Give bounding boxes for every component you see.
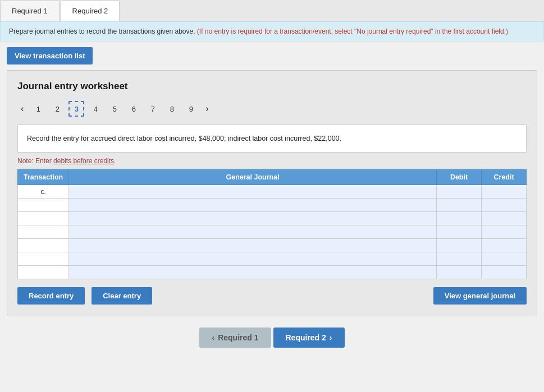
- credit-input[interactable]: [482, 239, 526, 252]
- table-row: [18, 212, 527, 225]
- page-2[interactable]: 2: [49, 101, 65, 117]
- credit-cell[interactable]: [482, 239, 527, 252]
- tabs-bar: Required 1 Required 2: [0, 0, 544, 21]
- credit-input[interactable]: [482, 266, 526, 279]
- debit-input[interactable]: [437, 252, 481, 265]
- transaction-cell: [18, 239, 69, 252]
- journal-input[interactable]: [69, 212, 436, 225]
- credit-input[interactable]: [482, 199, 526, 211]
- page-3[interactable]: 3: [68, 101, 84, 117]
- debit-input[interactable]: [437, 185, 481, 198]
- pagination: ‹ 1 2 3 4 5 6 7 8 9 ›: [17, 101, 527, 117]
- table-row: [18, 266, 527, 279]
- debit-input[interactable]: [437, 239, 481, 252]
- info-highlight: (If no entry is required for a transacti…: [197, 27, 508, 35]
- description-text: Record the entry for accrued direct labo…: [27, 135, 341, 142]
- journal-input[interactable]: [69, 239, 436, 252]
- journal-cell[interactable]: [69, 225, 437, 239]
- journal-cell[interactable]: [69, 266, 437, 279]
- prev-label: Required 1: [218, 333, 258, 342]
- journal-cell[interactable]: [69, 212, 437, 225]
- credit-input[interactable]: [482, 185, 526, 198]
- page-4[interactable]: 4: [88, 101, 103, 117]
- debit-cell[interactable]: [437, 252, 482, 266]
- tab-required2[interactable]: Required 2: [61, 1, 120, 21]
- debit-cell[interactable]: [437, 239, 482, 252]
- journal-cell[interactable]: [69, 199, 437, 212]
- debit-cell[interactable]: [437, 225, 482, 239]
- col-general-journal: General Journal: [69, 170, 437, 185]
- transaction-cell: [18, 252, 69, 266]
- credit-cell[interactable]: [482, 185, 527, 199]
- debit-input[interactable]: [437, 199, 481, 211]
- page-6[interactable]: 6: [126, 101, 141, 117]
- debit-input[interactable]: [437, 212, 481, 225]
- clear-entry-button[interactable]: Clear entry: [92, 287, 152, 305]
- debit-cell[interactable]: [437, 185, 482, 199]
- journal-input[interactable]: [69, 199, 436, 211]
- note-text: Note: Enter debits before credits.: [17, 157, 527, 165]
- action-buttons: Record entry Clear entry View general jo…: [17, 287, 527, 305]
- journal-input[interactable]: [69, 185, 436, 198]
- page-9[interactable]: 9: [183, 101, 199, 117]
- journal-input[interactable]: [69, 225, 436, 238]
- transaction-cell: c.: [18, 185, 69, 199]
- table-row: [18, 239, 527, 252]
- transaction-cell: [18, 266, 69, 279]
- credit-cell[interactable]: [482, 225, 527, 239]
- view-transaction-button[interactable]: View transaction list: [7, 47, 93, 64]
- credit-cell[interactable]: [482, 212, 527, 225]
- note-underline: debits before credits: [53, 157, 114, 165]
- debit-cell[interactable]: [437, 199, 482, 212]
- credit-input[interactable]: [482, 252, 526, 265]
- debit-cell[interactable]: [437, 212, 482, 225]
- debit-input[interactable]: [437, 225, 481, 238]
- nav-next-button[interactable]: Required 2 ›: [273, 328, 345, 348]
- table-row: [18, 252, 527, 266]
- credit-cell[interactable]: [482, 266, 527, 279]
- page-8[interactable]: 8: [164, 101, 180, 117]
- worksheet-container: Journal entry worksheet ‹ 1 2 3 4 5 6 7 …: [7, 70, 537, 316]
- journal-cell[interactable]: [69, 252, 437, 266]
- credit-input[interactable]: [482, 212, 526, 225]
- next-arrow-icon: ›: [330, 333, 332, 342]
- bottom-nav: ‹ Required 1 Required 2 ›: [0, 328, 544, 359]
- credit-cell[interactable]: [482, 199, 527, 212]
- transaction-cell: [18, 225, 69, 239]
- page-5[interactable]: 5: [107, 101, 122, 117]
- journal-table: Transaction General Journal Debit Credit…: [17, 169, 527, 279]
- view-general-journal-button[interactable]: View general journal: [433, 287, 527, 305]
- worksheet-title: Journal entry worksheet: [17, 81, 527, 92]
- col-debit: Debit: [437, 170, 482, 185]
- col-credit: Credit: [482, 170, 527, 185]
- transaction-cell: [18, 199, 69, 212]
- journal-input[interactable]: [69, 252, 436, 265]
- journal-input[interactable]: [69, 266, 436, 279]
- next-label: Required 2: [286, 333, 326, 342]
- table-row: [18, 225, 527, 239]
- col-transaction: Transaction: [18, 170, 69, 185]
- prev-arrow-icon: ‹: [212, 333, 214, 342]
- table-row: c.: [18, 185, 527, 199]
- prev-page-button[interactable]: ‹: [17, 103, 27, 115]
- credit-cell[interactable]: [482, 252, 527, 266]
- record-entry-button[interactable]: Record entry: [17, 287, 85, 305]
- debit-input[interactable]: [437, 266, 481, 279]
- table-row: [18, 199, 527, 212]
- info-banner: Prepare journal entries to record the tr…: [0, 21, 544, 41]
- description-box: Record the entry for accrued direct labo…: [17, 124, 527, 153]
- transaction-cell: [18, 212, 69, 225]
- debit-cell[interactable]: [437, 266, 482, 279]
- journal-cell[interactable]: [69, 185, 437, 199]
- credit-input[interactable]: [482, 225, 526, 238]
- page-wrapper: Required 1 Required 2 Prepare journal en…: [0, 0, 544, 392]
- page-1[interactable]: 1: [30, 101, 46, 117]
- info-text: Prepare journal entries to record the tr…: [9, 27, 197, 35]
- tab-required1[interactable]: Required 1: [0, 1, 60, 21]
- page-7[interactable]: 7: [145, 101, 161, 117]
- nav-prev-button[interactable]: ‹ Required 1: [199, 328, 271, 348]
- journal-cell[interactable]: [69, 239, 437, 252]
- next-page-button[interactable]: ›: [202, 103, 212, 115]
